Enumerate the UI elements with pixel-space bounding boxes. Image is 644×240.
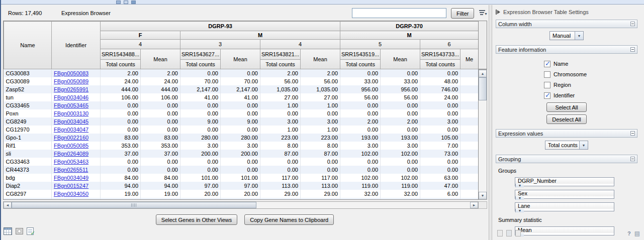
select-all-button[interactable]: Select All (546, 102, 587, 112)
group-dropdown-1[interactable]: DGRP_Number ▼ (515, 177, 614, 186)
table-row[interactable]: CG12970FBgn00340470.000.000.000.001.001.… (4, 126, 479, 134)
table-row[interactable]: MfFBgn... (4, 198, 479, 200)
table-row[interactable]: Diap2FBgn001524794.0094.0097.0097.00113.… (4, 182, 479, 190)
table-row[interactable]: sliFBgn026408937.0037.00200.00200.0087.0… (4, 150, 479, 158)
tab-icon-3[interactable] (131, 1, 136, 4)
group-dropdown-2[interactable]: Sex ▼ (515, 190, 614, 199)
chromosome-checkbox[interactable] (544, 71, 550, 78)
identifier-link[interactable]: FBgn0053465 (54, 102, 88, 108)
table-row[interactable]: bdgFBgn003404984.0084.00101.00101.00117.… (4, 174, 479, 182)
measure-header-4[interactable]: Total counts (340, 60, 381, 69)
name-checkbox[interactable] (544, 61, 550, 67)
deselect-all-button[interactable]: Deselect All (546, 114, 587, 124)
float-view-icon[interactable] (497, 230, 503, 236)
column-header-name[interactable]: Name (4, 22, 52, 69)
collapse-icon[interactable] (630, 157, 635, 161)
hide-panel-icon[interactable] (496, 10, 500, 15)
collapse-icon[interactable] (630, 22, 635, 26)
sample-header-3[interactable]: SRR1543821... (260, 49, 301, 60)
lane-header-1[interactable]: 4 (101, 40, 180, 49)
panel-toggle-icon[interactable]: ▤ (634, 230, 640, 236)
table-row[interactable]: CR44373FBgn02655110.000.000.000.000.000.… (4, 166, 479, 174)
mean-header-3[interactable]: Mean (301, 49, 340, 69)
identifier-link[interactable]: FBgn0053463 (54, 159, 88, 165)
scroll-left-button[interactable]: ◄ (4, 202, 12, 208)
link-view-icon[interactable] (515, 230, 521, 236)
scroll-right-button[interactable]: ► (470, 202, 478, 208)
identifier-checkbox[interactable] (544, 92, 550, 99)
checkbox-row-name[interactable]: Name (544, 60, 637, 67)
horizontal-scroll-track[interactable] (256, 202, 470, 208)
measure-header-3[interactable]: Total counts (260, 60, 301, 69)
mean-header-2[interactable]: Mean (221, 49, 260, 69)
table-row[interactable]: PoxnFBgn00031300.000.000.000.000.000.000… (4, 109, 479, 117)
measure-header-2[interactable]: Total counts (180, 60, 221, 69)
sex-header-f[interactable]: F (101, 31, 180, 40)
identifier-link[interactable]: FBgn0265511 (54, 167, 88, 173)
mean-header-1[interactable]: Mean (141, 49, 180, 69)
horizontal-scrollbar[interactable]: ◄ ► (3, 201, 479, 209)
vertical-scroll-track[interactable] (479, 100, 487, 192)
feature-information-header[interactable]: Feature information (496, 45, 637, 54)
checkbox-row-region[interactable]: Region (544, 81, 637, 88)
mean-header-4[interactable]: Mean (381, 49, 420, 69)
table-row[interactable]: CG33463FBgn00534630.000.000.000.000.000.… (4, 158, 479, 166)
expression-values-dropdown[interactable]: Total counts ▼ (545, 141, 588, 150)
identifier-link[interactable]: FBgn0034045 (54, 118, 88, 125)
expression-values-header[interactable]: Expression values (496, 129, 637, 138)
lane-header-4[interactable]: 5 (340, 40, 420, 49)
scroll-down-button[interactable]: ▼ (479, 192, 487, 199)
scroll-up-button[interactable]: ▲ (479, 70, 487, 77)
identifier-link[interactable]: FBgn0003130 (54, 110, 88, 116)
table-row[interactable]: tunFBgn0034046106.00106.0041.0041.0027.0… (4, 93, 479, 101)
column-width-dropdown[interactable]: Manual ▼ (549, 31, 584, 40)
vertical-scrollbar[interactable]: ▲ ▼ (479, 69, 487, 200)
group-dropdown-3[interactable]: Lane ▼ (515, 202, 614, 211)
grouping-header[interactable]: Grouping (496, 155, 637, 163)
filter-options-icon[interactable]: ▼ (479, 10, 488, 17)
table-row[interactable]: Zasp52FBgn0265991444.00444.002,147.002,1… (4, 85, 479, 93)
sample-header-4[interactable]: SRR1543519... (340, 49, 381, 60)
lane-header-3[interactable]: 4 (260, 40, 340, 49)
group-header-dgrp370[interactable]: DGRP-370 (340, 22, 479, 31)
table-row[interactable]: Gpo-1FBgn002216083.0083.00280.00280.0022… (4, 134, 479, 142)
table-row[interactable]: CG33465FBgn00534650.000.000.000.001.001.… (4, 101, 479, 109)
identifier-link[interactable]: FBgn0034047 (54, 127, 88, 133)
help-icon[interactable]: ? (627, 230, 631, 236)
checkbox-row-identifier[interactable]: Identifier (544, 92, 637, 99)
copy-gene-names-button[interactable]: Copy Gene Names to Clipboard (244, 214, 334, 225)
group-header-dgrp93[interactable]: DGRP-93 (101, 22, 340, 31)
identifier-link[interactable]: FBgn0022160 (54, 135, 88, 141)
identifier-link[interactable]: FBgn0034046 (54, 94, 88, 100)
collapse-icon[interactable] (630, 131, 635, 136)
table-row[interactable]: CG8249FBgn00340450.000.009.009.003.003.0… (4, 117, 479, 126)
identifier-link[interactable]: FBgn0050089 (54, 78, 88, 84)
identifier-link[interactable]: FBgn0015247 (54, 183, 88, 189)
table-row[interactable]: CG30089FBgn005008924.0024.0070.0070.0056… (4, 77, 479, 85)
filter-button[interactable]: Filter (451, 8, 474, 19)
filter-input[interactable] (352, 8, 446, 18)
measure-header-5[interactable]: Total counts (420, 60, 461, 69)
identifier-link[interactable]: FBgn0264089 (54, 151, 88, 157)
sample-header-2[interactable]: SRR1543627... (180, 49, 221, 60)
identifier-link[interactable]: FBgn0034050 (54, 191, 88, 197)
table-row[interactable]: CG30083FBgn00500832.002.000.000.002.002.… (4, 69, 479, 77)
vertical-scroll-thumb[interactable] (479, 77, 487, 100)
column-width-header[interactable]: Column width (496, 20, 637, 28)
sex-header-m2[interactable]: M (340, 31, 479, 40)
graphics-view-icon[interactable] (16, 228, 23, 234)
lane-header-5[interactable]: 6 (420, 40, 479, 49)
lane-header-2[interactable]: 3 (180, 40, 260, 49)
tab-icon-2[interactable] (124, 1, 128, 4)
measure-header-1[interactable]: Total counts (101, 60, 141, 69)
table-row[interactable]: CG8297FBgn003405019.0019.0020.0020.0029.… (4, 190, 479, 198)
identifier-link[interactable]: FBgn0050085 (54, 143, 88, 149)
select-genes-button[interactable]: Select Genes in Other Views (156, 214, 237, 225)
table-row[interactable]: Rif1FBgn0050085353.00353.003.003.008.008… (4, 142, 479, 150)
sample-header-5[interactable]: SRR1543733... (420, 49, 461, 60)
column-header-identifier[interactable]: Identifier (52, 22, 101, 69)
notes-view-icon[interactable] (27, 227, 34, 235)
dock-view-icon[interactable] (506, 230, 512, 236)
identifier-link[interactable]: FBgn0034049 (54, 175, 88, 181)
horizontal-scroll-thumb[interactable] (12, 202, 256, 208)
